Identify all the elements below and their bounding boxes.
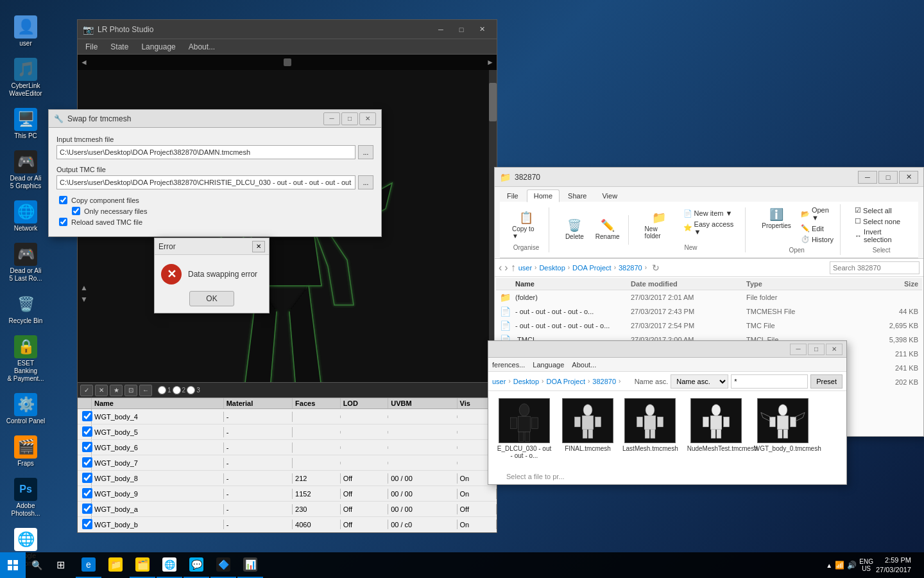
error-titlebar[interactable]: Error ✕ — [155, 238, 269, 255]
taskbar-clock[interactable]: 2:59 PM 27/03/2017 — [876, 556, 911, 575]
explorer-maximize-btn[interactable]: □ — [878, 171, 898, 184]
fd2-menu-about[interactable]: About... — [572, 361, 596, 369]
desktop-icon-waveeditor[interactable]: 🎵 CyberLinkWaveEditor — [3, 55, 49, 100]
desktop-icon-network[interactable]: 🌐 Network — [3, 198, 49, 235]
fd2-thumbnail[interactable]: FINAL.tmcmesh — [560, 396, 615, 461]
lr-maximize-button[interactable]: □ — [452, 23, 471, 36]
view-radio-3[interactable] — [187, 386, 195, 394]
fd2-path-desktop[interactable]: Desktop — [513, 378, 539, 385]
ribbon-select-none-btn[interactable]: ☐ Select none — [852, 216, 911, 226]
table-row[interactable]: WGT_body_4 - — [78, 409, 497, 425]
row-checkbox[interactable] — [82, 426, 92, 437]
fd2-menu-language[interactable]: Language — [533, 361, 564, 369]
taskbar-app5-icon[interactable]: 📊 — [237, 552, 263, 578]
taskbar-explorer-icon[interactable]: 🗂️ — [130, 552, 155, 578]
ribbon-open-btn[interactable]: 📂 Open ▼ — [798, 206, 836, 222]
row-checkbox[interactable] — [82, 442, 92, 452]
ribbon-select-all-btn[interactable]: ☑ Select all — [852, 206, 911, 215]
row-checkbox[interactable] — [82, 504, 92, 514]
taskbar-folder-icon[interactable]: 📁 — [103, 552, 128, 578]
table-row[interactable]: WGT_body_7 - — [78, 455, 497, 471]
ribbon-rename-btn[interactable]: ✏️ Rename — [591, 216, 624, 242]
ribbon-tab-view[interactable]: View — [595, 189, 624, 202]
ribbon-tab-home[interactable]: Home — [527, 189, 560, 202]
addr-382870[interactable]: 382870 — [619, 264, 642, 272]
ribbon-invert-btn[interactable]: ↔ Invert selection — [852, 227, 911, 244]
table-row[interactable]: WGT_body_9 - 1152 Off 00 / 00 On — [78, 486, 497, 502]
row-checkbox[interactable] — [82, 519, 92, 529]
ribbon-delete-btn[interactable]: 🗑️ Delete — [561, 216, 588, 242]
fd2-path-doa[interactable]: DOA Project — [546, 378, 585, 385]
explorer-minimize-btn[interactable]: ─ — [858, 171, 877, 184]
desktop-icon-dead-ore-last[interactable]: 🎮 Dead or Ali5 Last Ro... — [3, 240, 49, 285]
desktop-icon-recycle-bin[interactable]: 🗑️ Recycle Bin — [3, 290, 49, 328]
addr-up-btn[interactable]: ↑ — [511, 262, 516, 274]
network-systray-icon[interactable]: 📶 — [835, 561, 844, 570]
fd2-thumbnail[interactable]: LastMesh.tmcmesh — [620, 396, 680, 461]
lr-menu-file[interactable]: File — [80, 41, 103, 53]
lr-menu-state[interactable]: State — [105, 41, 133, 53]
nav-right-arrow[interactable]: ► — [486, 58, 494, 67]
ribbon-copy-to-btn[interactable]: 📋 Copy to ▼ — [508, 209, 545, 241]
desktop-icon-adobe-photoshop[interactable]: Ps AdobePhotosh... — [3, 475, 49, 520]
lr-menu-about[interactable]: About... — [184, 41, 220, 53]
addr-doa-project[interactable]: DOA Project — [572, 264, 612, 272]
fd2-menu-references[interactable]: ferences... — [492, 361, 525, 369]
fd2-sort-select[interactable]: Name asc. — [671, 374, 728, 389]
ribbon-new-folder-btn[interactable]: 📁 New folder — [640, 209, 678, 241]
output-file-field[interactable] — [56, 175, 355, 189]
taskbar-chrome-icon[interactable]: 🌐 — [157, 552, 182, 578]
table-row[interactable]: WGT_body_a - 230 Off 00 / 00 Off — [78, 502, 497, 517]
lr-window-titlebar[interactable]: 📷 LR Photo Studio ─ □ ✕ — [78, 20, 497, 39]
fd2-thumbnail[interactable]: E_DLCU_030 - out - out - o... — [493, 396, 555, 461]
swap-maximize-btn[interactable]: □ — [341, 112, 358, 125]
lr-minimize-button[interactable]: ─ — [431, 23, 450, 36]
swap-dialog-titlebar[interactable]: 🔧 Swap for tmcmesh ─ □ ✕ — [49, 110, 381, 128]
taskbar-ie-icon[interactable]: e — [76, 552, 101, 578]
list-item[interactable]: 📁 (folder) 27/03/2017 2:01 AM File folde… — [496, 290, 922, 304]
desktop-icon-this-pc[interactable]: 🖥️ This PC — [3, 105, 49, 143]
swap-minimize-btn[interactable]: ─ — [323, 112, 340, 125]
fd2-thumbnail[interactable]: WGT_body_0.tmcmesh — [752, 396, 814, 461]
explorer-titlebar[interactable]: 📁 382870 ─ □ ✕ — [495, 168, 923, 187]
table-row[interactable]: WGT_body_8 - 212 Off 00 / 00 On — [78, 471, 497, 486]
explorer-close-btn[interactable]: ✕ — [899, 171, 918, 184]
systray-arrow[interactable]: ▲ — [826, 562, 832, 569]
addr-desktop[interactable]: Desktop — [539, 264, 565, 272]
ribbon-tab-file[interactable]: File — [500, 189, 526, 202]
file-col-name[interactable]: Name — [515, 280, 628, 288]
fd2-filter-input[interactable] — [731, 374, 808, 389]
reload-checkbox[interactable] — [59, 218, 67, 226]
desktop-icon-fraps[interactable]: 🎬 Fraps — [3, 433, 49, 470]
copy-checkbox[interactable] — [59, 196, 67, 204]
fd2-preset-btn[interactable]: Preset — [810, 374, 843, 389]
taskbar-task-view-btn[interactable]: ⊞ — [47, 552, 73, 578]
necessary-checkbox[interactable] — [72, 207, 80, 215]
toolbar-x-btn[interactable]: ✕ — [95, 385, 108, 396]
file-col-date[interactable]: Date modified — [631, 280, 744, 288]
table-row[interactable]: WGT_body_5 - — [78, 425, 497, 440]
row-checkbox[interactable] — [82, 473, 92, 483]
taskbar-lang-region[interactable]: ENG US — [859, 558, 873, 572]
view-radio-1[interactable] — [158, 386, 166, 394]
row-checkbox[interactable] — [82, 411, 92, 421]
taskbar-search-button[interactable]: 🔍 — [27, 556, 46, 575]
toolbar-back-btn[interactable]: ← — [139, 385, 152, 396]
table-row[interactable]: WGT_body_b - 4060 Off 00 / c0 On — [78, 517, 497, 529]
table-row[interactable]: WGT_body_6 - — [78, 440, 497, 455]
nav-up-arrow[interactable]: ▲ — [80, 283, 88, 292]
output-browse-btn[interactable]: ... — [358, 175, 373, 189]
list-item[interactable]: 📄 - out - out - out - out - out - o... 2… — [496, 319, 922, 333]
lr-vscroll-thumb[interactable] — [489, 83, 497, 121]
file-browser-close-btn[interactable]: ✕ — [826, 344, 843, 355]
input-file-field[interactable] — [56, 145, 355, 159]
desktop-icon-eset[interactable]: 🔒 ESET Banking& Payment... — [3, 333, 49, 385]
swap-close-btn[interactable]: ✕ — [359, 112, 376, 125]
fd2-path-user[interactable]: user — [492, 378, 506, 385]
desktop-icon-user[interactable]: 👤 user — [3, 13, 49, 50]
row-checkbox[interactable] — [82, 457, 92, 468]
view-radio-2[interactable] — [173, 386, 181, 394]
input-browse-btn[interactable]: ... — [358, 145, 373, 159]
ribbon-properties-btn[interactable]: ℹ️ Properties — [757, 206, 796, 244]
ribbon-history-btn[interactable]: ⏱️ History — [798, 234, 836, 244]
